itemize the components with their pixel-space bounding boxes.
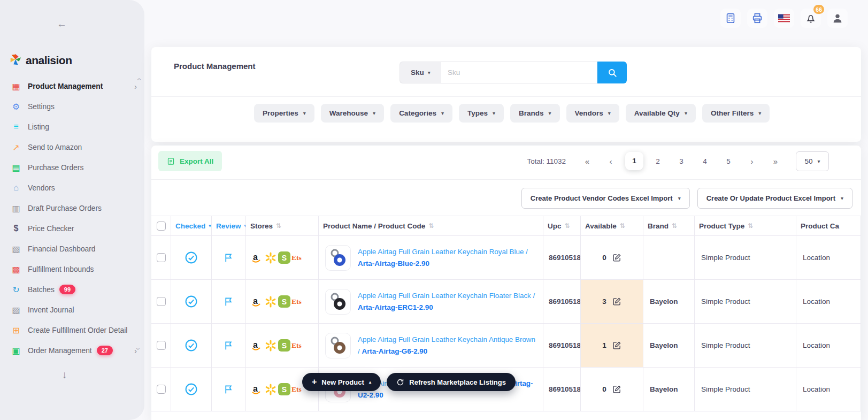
filter-available-qty[interactable]: Available Qty▾ (626, 104, 696, 123)
edit-qty-icon[interactable] (612, 341, 621, 350)
check-circle-icon[interactable] (185, 383, 198, 396)
journal-icon: ▨ (10, 305, 22, 315)
money-icon: ▣ (10, 346, 22, 356)
chevron-right-icon: › (134, 82, 137, 91)
amazon-store-icon[interactable]: a (249, 251, 263, 264)
calculator-button[interactable] (720, 9, 741, 28)
row-checkbox[interactable] (157, 297, 166, 306)
export-all-button[interactable]: Export All (158, 151, 222, 171)
create-product-vendor-codes-import-button[interactable]: Create Product Vendor Codes Excel Import… (521, 188, 690, 209)
etsy-store-icon[interactable]: Ets (291, 385, 303, 394)
filter-other-filters[interactable]: Other Filters▾ (702, 104, 770, 123)
product-link[interactable]: Apple Airtag Full Grain Leather Keychain… (358, 246, 536, 269)
filter-properties[interactable]: Properties▾ (254, 104, 314, 123)
shopify-store-icon[interactable]: S (278, 339, 290, 352)
page-button-3[interactable]: 3 (670, 157, 693, 165)
search-button[interactable] (597, 62, 627, 83)
amazon-store-icon[interactable]: a (249, 339, 263, 352)
etsy-store-icon[interactable]: Ets (291, 254, 303, 262)
sidebar-item-listing[interactable]: ≡ Listing (0, 117, 144, 137)
create-or-update-product-import-button[interactable]: Create Or Update Product Excel Import ▾ (697, 188, 852, 209)
etsy-store-icon[interactable]: Ets (291, 341, 303, 350)
column-header-product-category[interactable]: Product Ca (796, 216, 861, 236)
sidebar-item-vendors[interactable]: ⌂ Vendors (0, 178, 144, 198)
walmart-store-icon[interactable] (264, 383, 277, 396)
page-button-4[interactable]: 4 (693, 157, 717, 165)
flag-icon[interactable] (223, 340, 234, 351)
sidebar-item-batches[interactable]: ↻ Batches 99 (0, 279, 144, 300)
flag-icon[interactable] (223, 252, 234, 263)
column-header-available[interactable]: Available⇅ (581, 216, 643, 236)
column-header-product-type[interactable]: Product Type⇅ (695, 216, 796, 236)
sidebar-item-financial-dashboard[interactable]: ▧ Financial Dashboard (0, 239, 144, 259)
last-page-button[interactable]: » (764, 157, 787, 166)
sidebar-item-purchase-orders[interactable]: ▤ Purchase Orders (0, 157, 144, 178)
print-button[interactable] (747, 9, 767, 28)
flag-icon[interactable] (223, 296, 234, 307)
check-circle-icon[interactable] (185, 339, 198, 352)
shopify-store-icon[interactable]: S (278, 251, 290, 264)
nav-scroll-up-caret[interactable]: › (135, 78, 143, 81)
amazon-store-icon[interactable]: a (249, 383, 263, 396)
column-header-product[interactable]: Product Name / Product Code⇅ (319, 216, 543, 236)
new-product-button[interactable]: + New Product ▴ (302, 373, 381, 391)
filter-warehouse[interactable]: Warehouse▾ (321, 104, 384, 123)
nav-scroll-down-caret[interactable]: › (135, 348, 143, 350)
refresh-marketplace-listings-button[interactable]: Refresh Marketplace Listings (387, 373, 516, 391)
column-header-brand[interactable]: Brand⇅ (643, 216, 695, 236)
sidebar-item-order-management[interactable]: ▣ Order Management 27 › (0, 340, 144, 361)
notifications-button[interactable]: 66 (801, 9, 821, 28)
app-logo[interactable]: analision (9, 52, 72, 68)
check-circle-icon[interactable] (185, 251, 198, 264)
filter-categories[interactable]: Categories▾ (390, 104, 452, 123)
stores-cell: a S Ets (246, 236, 319, 280)
sidebar-item-product-management[interactable]: ▦ Product Management › (0, 76, 144, 96)
filter-types[interactable]: Types▾ (459, 104, 504, 123)
sidebar-item-invent-journal[interactable]: ▨ Invent Journal (0, 300, 144, 320)
first-page-button[interactable]: « (575, 157, 599, 166)
check-circle-icon[interactable] (185, 295, 198, 308)
row-checkbox[interactable] (157, 385, 166, 394)
edit-qty-icon[interactable] (612, 297, 621, 306)
scroll-down-button[interactable]: ↓ (62, 369, 67, 381)
shopify-store-icon[interactable]: S (278, 383, 290, 395)
user-menu-button[interactable] (827, 9, 848, 28)
product-link[interactable]: Apple Airtag Full Grain Leather Keychain… (358, 334, 536, 357)
next-page-button[interactable]: › (740, 157, 764, 166)
walmart-store-icon[interactable] (264, 339, 277, 352)
page-size-select[interactable]: 50 ▾ (796, 151, 829, 171)
filter-brands[interactable]: Brands▾ (510, 104, 560, 123)
filter-vendors[interactable]: Vendors▾ (566, 104, 619, 123)
row-checkbox[interactable] (157, 253, 166, 262)
column-header-review[interactable]: Review▾ (212, 216, 246, 236)
language-flag-button[interactable] (774, 9, 794, 28)
sidebar-item-fulfillment-inbounds[interactable]: ▩ Fulfillment Inbounds (0, 259, 144, 279)
page-button-5[interactable]: 5 (717, 157, 740, 165)
edit-qty-icon[interactable] (612, 253, 621, 262)
column-header-checked[interactable]: Checked▾ (171, 216, 212, 236)
column-header-stores[interactable]: Stores⇅ (246, 216, 319, 236)
sidebar-item-price-checker[interactable]: $ Price Checker (0, 218, 144, 239)
sidebar-item-settings[interactable]: ⚙ Settings (0, 96, 144, 117)
page-button-1[interactable]: 1 (625, 152, 643, 170)
column-header-upc[interactable]: Upc⇅ (543, 216, 581, 236)
etsy-store-icon[interactable]: Ets (291, 297, 303, 306)
sidebar-item-create-fulfillment-order-detail[interactable]: ⊞ Create Fulfillment Order Detail (0, 320, 144, 340)
edit-qty-icon[interactable] (612, 385, 621, 394)
sidebar-item-send-to-amazon[interactable]: ↗ Send to Amazon (0, 137, 144, 157)
logo-pinwheel-icon (9, 52, 22, 68)
row-checkbox[interactable] (157, 341, 166, 350)
walmart-store-icon[interactable] (264, 251, 277, 264)
shopify-store-icon[interactable]: S (278, 295, 290, 308)
sidebar-item-draft-purchase-orders[interactable]: ▥ Draft Purchase Orders (0, 198, 144, 218)
search-input[interactable] (441, 62, 597, 83)
prev-page-button[interactable]: ‹ (599, 157, 623, 166)
search-field-selector[interactable]: Sku ▾ (400, 62, 441, 83)
select-all-checkbox[interactable] (157, 222, 166, 231)
page-button-2[interactable]: 2 (646, 157, 670, 165)
sidebar-collapse-button[interactable]: ← (57, 18, 67, 30)
amazon-store-icon[interactable]: a (249, 295, 263, 308)
flag-icon[interactable] (223, 384, 234, 395)
product-link[interactable]: Apple Airtag Full Grain Leather Keychain… (358, 290, 536, 313)
walmart-store-icon[interactable] (264, 295, 277, 308)
